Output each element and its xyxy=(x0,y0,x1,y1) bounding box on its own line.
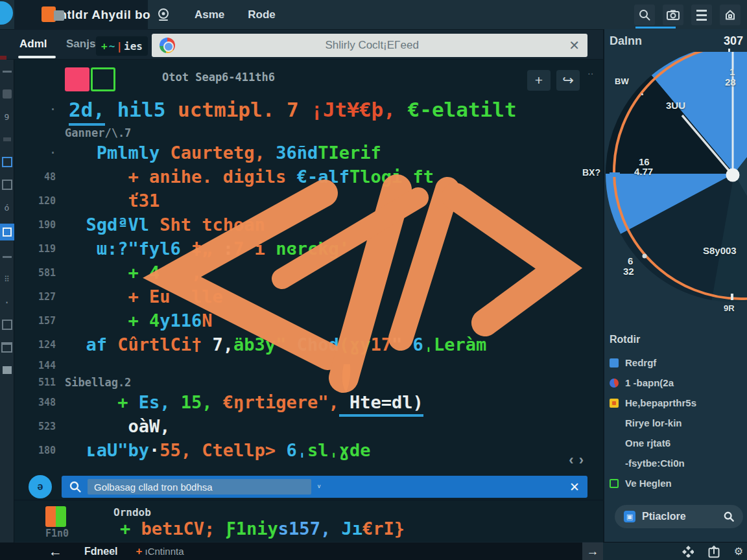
code-line-body[interactable]: af CûrtlCi† 7,äbЗy" Chod(ɣy17" 6ˌLeràm xyxy=(60,334,486,355)
panel-search-icon[interactable] xyxy=(724,511,734,522)
code-token: + Eu lle xyxy=(65,286,223,307)
legend-swatch-yellow xyxy=(610,399,619,408)
code-token: €-elatilt xyxy=(396,98,517,121)
rail-icon-box[interactable] xyxy=(1,318,13,331)
rail-icon-bar[interactable] xyxy=(1,250,13,263)
menu-item-rode[interactable]: Rode xyxy=(248,8,276,21)
legend-item[interactable]: Rirye lor-kin xyxy=(604,413,747,433)
bottom-panel: Orndob F1n0 + betıCV; Ƒ1niyѕ157, Jı€rI} xyxy=(14,500,603,542)
scroll-indicator-dots[interactable]: ·· xyxy=(587,70,593,77)
code-token: + 4 xyxy=(65,310,160,331)
rail-icon-boxblue[interactable] xyxy=(1,156,13,169)
rail-icon-glyph[interactable]: 9 xyxy=(1,110,13,123)
chart-hub[interactable] xyxy=(726,169,740,182)
code-token: Pmlmly xyxy=(65,143,160,163)
chart-label: 4.77 xyxy=(634,166,653,177)
code-line-body[interactable]: Ganner/\.7 xyxy=(60,126,131,139)
panel-search-pill[interactable]: ▣ Ptiaclore xyxy=(615,505,743,528)
panel-squares-icon[interactable] xyxy=(45,506,66,527)
legend-item[interactable]: Redrgf xyxy=(604,353,747,373)
code-line-body[interactable]: ť31 xyxy=(60,191,160,211)
code-token: 7 i xyxy=(233,239,265,259)
find-input[interactable]: Golbasag cllad tron b0dhsa xyxy=(88,479,311,495)
code-comment: Sibellag.2 xyxy=(65,376,131,389)
rail-icon-box[interactable] xyxy=(1,178,13,191)
code-line-body[interactable]: ɯ:?"fyl6 ‡„ :7 i nɞrckg' xyxy=(60,239,350,259)
code-line-body[interactable]: Pmlmly Caurtetg, 36ñdTIerif xyxy=(60,143,381,163)
panel-search-text[interactable]: Ptiaclore xyxy=(642,511,717,522)
axis-label-bx: BX? xyxy=(582,167,600,178)
rail-icon-block[interactable] xyxy=(1,88,13,100)
code-line-body[interactable]: Sibellag.2 xyxy=(60,376,131,389)
gear-icon[interactable]: ⚙ xyxy=(734,545,743,557)
green-square-icon[interactable] xyxy=(91,67,115,91)
code-editor[interactable]: Otot Seap6-411th6 + ↪ ·· ·2d, hil5 uctmi… xyxy=(14,60,603,474)
lower-left-dot xyxy=(643,254,647,259)
legend-item[interactable]: One rjtat6 xyxy=(604,433,747,453)
code-line-body[interactable]: + Eu lle xyxy=(60,286,223,307)
code-line: 144 xyxy=(14,356,603,374)
code-token: Jı xyxy=(331,519,362,539)
code-line-body[interactable]: + 4y116N xyxy=(60,310,213,331)
address-text[interactable]: Shlirly Coclt¡EΓeed xyxy=(175,39,569,52)
home-icon[interactable] xyxy=(720,5,741,25)
rail-icon-smallbar[interactable] xyxy=(1,133,13,146)
code-line-body[interactable]: 2d, hil5 uctmipl. 7 ¡Jt¥€þ, €-elatilt xyxy=(60,98,517,121)
code-token: €rI} xyxy=(362,519,405,539)
code-token: ť31 xyxy=(65,191,160,211)
code-line-body[interactable]: ʟaU"by·55, Ctellp> 6ˌѕlˌɣde xyxy=(60,440,370,460)
code-token: nɞrckg' xyxy=(265,239,350,259)
hamburger-menu-icon[interactable] xyxy=(691,5,712,25)
left-tick xyxy=(610,172,620,177)
rail-icon-dot[interactable] xyxy=(1,296,13,309)
assistant-badge-icon[interactable]: ə xyxy=(29,475,52,498)
search-icon[interactable] xyxy=(634,5,655,25)
tab-sanjs[interactable]: Sanjs xyxy=(66,38,95,51)
status-plus-icon[interactable]: + xyxy=(136,545,143,558)
status-panel-label[interactable]: Fdneel xyxy=(84,546,118,557)
corner-logo-icon[interactable] xyxy=(0,1,13,25)
rail-icon-blockfill[interactable] xyxy=(1,364,13,377)
code-line-body[interactable]: oàW, xyxy=(60,416,171,436)
forward-button[interactable]: ↪ xyxy=(556,70,580,91)
legend-item[interactable]: Ve Heglen xyxy=(604,473,747,493)
chevron-down-icon[interactable]: ᵛ xyxy=(318,482,320,492)
code-line-body[interactable]: + Es, 15, €ŋrtigere", Hte=dl) xyxy=(60,392,423,412)
tab-badge[interactable]: + ~ | ies xyxy=(96,36,148,56)
back-arrow-icon[interactable]: ← xyxy=(49,544,62,559)
tab-adml[interactable]: Adml xyxy=(19,38,47,51)
legend-item[interactable]: He,bepaprthr5s xyxy=(604,393,747,413)
line-number: 48 xyxy=(14,171,60,183)
address-bar[interactable]: Shlirly Coclt¡EΓeed ✕ xyxy=(152,34,587,57)
find-bar[interactable]: Golbasag cllad tron b0dhsa ᵛ ✕ xyxy=(62,476,587,498)
code-line-body[interactable]: SgdªVl Sht tchoan xyxy=(60,215,265,235)
rail-icon-active[interactable] xyxy=(0,224,14,240)
rail-icon-bar[interactable] xyxy=(1,65,13,78)
add-button[interactable]: + xyxy=(527,70,551,91)
pager-prev-icon[interactable]: ‹ xyxy=(569,452,578,468)
code-token: ʟaU"by xyxy=(65,440,149,460)
address-clear-icon[interactable]: ✕ xyxy=(569,38,580,53)
code-token: · xyxy=(149,440,160,460)
code-line-body[interactable]: + 4 , xyxy=(60,262,202,283)
right-panel: Dalnn 307 1283UUBW·164.77632S8y0039R Rot… xyxy=(603,29,747,542)
legend-item[interactable]: -fsytbe:Cti0n xyxy=(604,453,747,473)
upload-box-icon[interactable] xyxy=(708,545,720,558)
legend-title: Rotdir xyxy=(610,334,640,345)
find-clear-icon[interactable]: ✕ xyxy=(569,480,580,495)
rail-icon-glyph[interactable]: ó xyxy=(1,201,13,214)
code-line-body[interactable]: + anihe. digils €-alfTlogi ft xyxy=(60,167,434,187)
legend-item[interactable]: 1 -bapn(2a xyxy=(604,373,747,393)
chart-label: S8y003 xyxy=(703,245,737,256)
pager-next-icon[interactable]: › xyxy=(579,452,589,468)
sparkle-icon[interactable] xyxy=(682,546,694,557)
pink-square-icon[interactable] xyxy=(65,67,89,91)
top-bar: Gontldr Ahydil bo Asme Rode xyxy=(0,0,747,30)
rail-icon-dots[interactable] xyxy=(1,273,13,286)
rail-icon-folder[interactable] xyxy=(1,341,13,354)
code-token: ѕ157, xyxy=(278,519,331,539)
menu-item-asme[interactable]: Asme xyxy=(195,8,224,21)
forward-arrow-icon[interactable]: → xyxy=(582,542,603,560)
camera-icon[interactable] xyxy=(663,5,683,25)
webcam-icon[interactable] xyxy=(156,8,171,22)
